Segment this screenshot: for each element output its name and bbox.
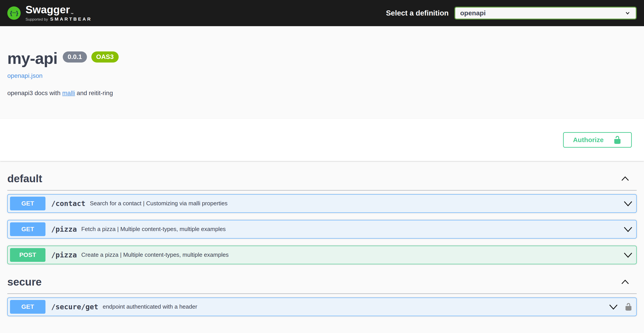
auth-lock-button[interactable] — [624, 302, 633, 311]
operations-list: GET /secure/get endpoint authenticated w… — [7, 294, 637, 316]
select-chevron-down-icon — [624, 10, 631, 16]
operation-row[interactable]: GET /secure/get endpoint authenticated w… — [7, 298, 637, 316]
operation-controls — [624, 252, 633, 258]
logo-brace: { — [10, 10, 12, 17]
operation-controls — [624, 226, 633, 232]
chevron-down-icon — [609, 304, 618, 310]
operation-path: /secure/get — [51, 303, 98, 311]
trademark-symbol: ™ — [71, 12, 74, 16]
method-badge: POST — [10, 248, 46, 262]
expand-operation-button[interactable] — [624, 200, 633, 207]
chevron-down-icon — [624, 226, 633, 232]
lock-icon — [624, 302, 633, 311]
definition-area: Select a definition openapi — [386, 7, 637, 20]
chevron-down-icon — [624, 200, 633, 207]
unlock-icon — [613, 136, 622, 144]
scheme-container: Authorize — [0, 119, 644, 161]
operation-path: /pizza — [51, 225, 77, 234]
logo-dots: ··· — [12, 10, 16, 16]
collapse-section-button[interactable] — [616, 176, 634, 181]
page-title: my-api — [7, 50, 58, 67]
operation-row[interactable]: POST /pizza Create a pizza | Multiple co… — [7, 246, 637, 264]
smartbear-text: SMARTBEAR — [50, 16, 92, 22]
api-section: secure GET /secure/get endpoint authenti… — [7, 274, 637, 316]
supported-by-line: Supported by SMARTBEAR — [26, 16, 92, 22]
brand-name: Swagger™ — [26, 4, 92, 15]
operation-summary: Fetch a pizza | Multiple content-types, … — [82, 226, 226, 232]
authorize-label: Authorize — [573, 136, 604, 144]
expand-operation-button[interactable] — [609, 304, 618, 310]
oas3-badge: OAS3 — [91, 52, 119, 62]
title-row: my-api 0.0.1 OAS3 — [7, 50, 637, 67]
api-section: default GET /contact Search for a contac… — [7, 171, 637, 264]
description-text: and reitit-ring — [75, 90, 113, 96]
select-definition-label: Select a definition — [386, 9, 449, 17]
operation-path: /pizza — [51, 251, 77, 259]
definition-select[interactable]: openapi — [454, 7, 637, 20]
operations-wrapper: default GET /contact Search for a contac… — [0, 171, 644, 333]
section-title: secure — [7, 276, 42, 288]
expand-operation-button[interactable] — [624, 252, 633, 258]
operation-row[interactable]: GET /contact Search for a contact | Cust… — [7, 194, 637, 213]
section-header[interactable]: default — [7, 171, 637, 191]
api-description: openapi3 docs with malli and reitit-ring — [7, 90, 637, 97]
operation-summary: endpoint authenticated with a header — [103, 303, 197, 310]
supported-by-text: Supported by — [26, 17, 48, 22]
swagger-logo[interactable]: {···} Swagger™ Supported by SMARTBEAR — [7, 4, 92, 22]
logo-brace: } — [16, 10, 18, 17]
authorize-button[interactable]: Authorize — [563, 132, 632, 148]
spec-link[interactable]: openapi.json — [7, 72, 42, 79]
malli-link[interactable]: malli — [62, 90, 75, 96]
operation-controls — [609, 302, 633, 311]
method-badge: GET — [10, 222, 46, 236]
topbar: {···} Swagger™ Supported by SMARTBEAR Se… — [0, 0, 644, 26]
collapse-section-button[interactable] — [616, 279, 634, 285]
method-badge: GET — [10, 197, 46, 210]
chevron-up-icon — [621, 279, 629, 285]
method-badge: GET — [10, 300, 46, 314]
version-badge: 0.0.1 — [63, 52, 87, 62]
operation-summary: Search for a contact | Customizing via m… — [90, 200, 228, 207]
api-info-section: my-api 0.0.1 OAS3 openapi.json openapi3 … — [0, 26, 644, 97]
description-text: openapi3 docs with — [7, 90, 62, 96]
section-header[interactable]: secure — [7, 274, 637, 294]
chevron-down-icon — [624, 252, 633, 258]
definition-select-value: openapi — [460, 9, 486, 17]
operation-controls — [624, 200, 633, 207]
section-title: default — [7, 172, 42, 185]
operation-row[interactable]: GET /pizza Fetch a pizza | Multiple cont… — [7, 220, 637, 238]
operation-path: /contact — [51, 199, 86, 208]
chevron-up-icon — [621, 176, 629, 181]
swagger-logo-icon: {···} — [7, 6, 20, 20]
operations-list: GET /contact Search for a contact | Cust… — [7, 191, 637, 264]
operation-summary: Create a pizza | Multiple content-types,… — [82, 252, 229, 258]
logo-text: Swagger™ Supported by SMARTBEAR — [26, 4, 92, 22]
expand-operation-button[interactable] — [624, 226, 633, 232]
